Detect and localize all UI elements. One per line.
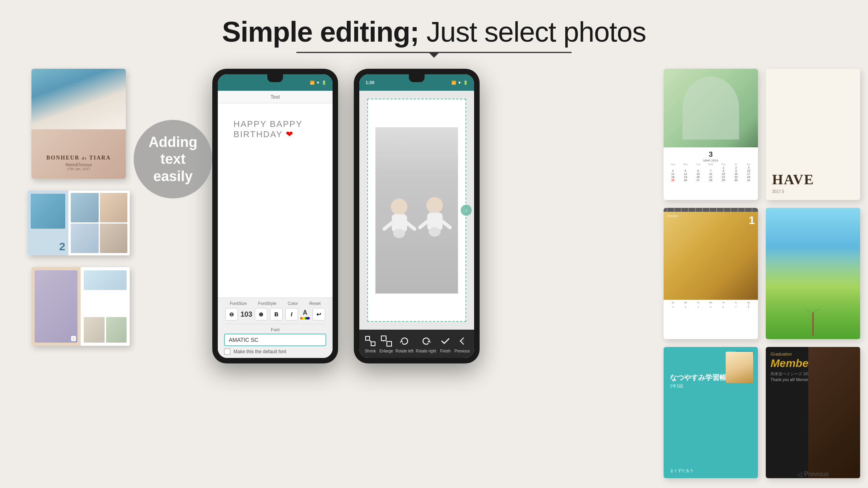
food-calendar-thumb: 1 January SuMoTuWeThFrSa 1 2345678 — [664, 208, 758, 339]
wedding-subtitle: Marie&Tomoya — [31, 163, 126, 167]
default-font-checkbox[interactable] — [224, 349, 230, 355]
couple-photo — [31, 69, 126, 129]
right-sidebar: 3 MAR 2024 SunMonTueWedThuFriSat 123 456… — [656, 61, 868, 486]
bubble-text: Adding text easily — [149, 134, 197, 185]
food-cal-grid: SuMoTuWeThFrSa 1 2345678 — [664, 300, 758, 339]
phone2-notch — [409, 74, 425, 82]
previous-label: Previous — [454, 349, 470, 353]
toolbar-label-row: FontSize FontStyle Color Reset — [224, 301, 326, 306]
child-photo-placeholder — [726, 352, 753, 383]
text-canvas[interactable]: HAPPY BAPPY BIRTHDAY ❤ — [218, 103, 333, 297]
font-label: Font — [224, 327, 326, 332]
album-page-num-1: 1 — [71, 336, 76, 341]
girls-right-page — [81, 267, 130, 346]
babies-svg — [375, 144, 458, 294]
toolbar-controls: ⊖ 103 ⊕ B I A ↩ — [224, 308, 326, 321]
increase-fontsize-button[interactable]: ⊕ — [255, 308, 267, 321]
notebook-child-photo — [726, 352, 753, 383]
girls-left-page: 1 — [31, 267, 81, 346]
svg-line-3 — [384, 223, 392, 229]
signal-icon: 📶 — [310, 81, 314, 85]
page-header: Simple editing; Just select photos — [0, 0, 868, 61]
album-left-page: 2 — [28, 191, 68, 255]
svg-point-0 — [391, 198, 407, 215]
text-toolbar-label: Text — [218, 91, 333, 103]
font-section: Font Make this the default font — [224, 324, 326, 355]
phone1-container: 📶 ▼ 🔋 Text HAPPY BAPPY BIRTHDAY ❤ — [212, 69, 338, 363]
book-year: 2017.5 — [772, 189, 854, 194]
phone1-mockup: 📶 ▼ 🔋 Text HAPPY BAPPY BIRTHDAY ❤ — [212, 69, 338, 363]
photo-canvas[interactable]: › — [359, 91, 474, 330]
previous-icon — [455, 334, 469, 348]
header-divider — [296, 52, 572, 53]
album-cell-3 — [71, 224, 99, 253]
fontstyle-label: FontStyle — [258, 301, 276, 306]
wifi-icon-2: ▼ — [458, 81, 462, 85]
calendar-grid: 3 MAR 2024 SunMonTueWedThuFriSat 123 456… — [664, 147, 758, 185]
svg-rect-13 — [381, 336, 386, 341]
left-sidebar: BONHEUR de TIARA Marie&Tomoya 27th Jan, … — [0, 61, 142, 486]
phone2-status-icons: 📶 ▼ 🔋 — [451, 81, 468, 85]
food-cal-mini-grid: SuMoTuWeThFrSa 1 2345678 — [667, 301, 755, 308]
wedding-text-area: BONHEUR de TIARA Marie&Tomoya 27th Jan, … — [31, 155, 126, 171]
enlarge-icon — [380, 334, 393, 348]
babies-image — [375, 127, 458, 294]
previous-label: Previous — [804, 471, 829, 478]
frame-next-arrow[interactable]: › — [461, 205, 472, 216]
enlarge-tool[interactable]: Enlarge — [379, 334, 393, 353]
calendar-spiral-top — [664, 208, 758, 212]
calendar-days: 123 45678910 11121314151617 181920212223… — [667, 166, 755, 182]
reset-button[interactable]: ↩ — [313, 308, 325, 321]
food-photo: 1 January — [664, 212, 758, 300]
tropical-photo — [766, 208, 860, 339]
baby-photo — [375, 127, 458, 294]
rotate-right-label: Rotate right — [416, 349, 436, 353]
previous-button[interactable]: ◁ Previous — [797, 471, 829, 478]
palm-svg — [801, 305, 825, 336]
svg-point-2 — [393, 229, 405, 238]
members-book-thumb: Graduation Membe 馬車道ペイシーズ 18期生卒業記 Thank … — [766, 347, 860, 478]
members-photo-area — [808, 347, 860, 478]
rotate-left-label: Rotate left — [395, 349, 414, 353]
rotate-right-tool[interactable]: Rotate right — [416, 334, 436, 353]
bold-button[interactable]: B — [270, 308, 283, 321]
shrink-tool[interactable]: Shrink — [364, 334, 377, 353]
previous-icon-arrow: ◁ — [797, 471, 802, 478]
svg-rect-11 — [371, 342, 375, 346]
shrink-label: Shrink — [365, 349, 376, 353]
phone1-status-bar: 📶 ▼ 🔋 — [218, 74, 333, 91]
enlarge-label: Enlarge — [379, 349, 393, 353]
color-label: Color — [288, 301, 298, 306]
album-cell-2 — [100, 193, 128, 222]
rotate-right-icon — [419, 334, 433, 348]
summer-notebook-thumb: 写真日記 なつやすみ学習帳 1年1組 まくずたるう — [664, 347, 758, 478]
phone2-status-bar: 1:20 📶 ▼ 🔋 — [359, 74, 474, 91]
calendar-photo — [664, 69, 758, 147]
text-bottom-toolbar: FontSize FontStyle Color Reset ⊖ 103 ⊕ B… — [218, 297, 333, 358]
album-cell-4 — [100, 224, 128, 253]
previous-tool[interactable]: Previous — [454, 334, 470, 353]
reset-label: Reset — [309, 301, 321, 306]
font-input[interactable] — [224, 334, 326, 346]
photo-bottom-toolbar: Shrink — [359, 330, 474, 358]
phone2-container: 1:20 📶 ▼ 🔋 — [354, 69, 480, 363]
finish-label: Finish — [440, 349, 451, 353]
finish-tool[interactable]: Finish — [439, 334, 452, 353]
battery-icon: 🔋 — [322, 81, 326, 85]
palm-area — [766, 261, 860, 339]
wall-calendar-thumb: 3 MAR 2024 SunMonTueWedThuFriSat 123 456… — [664, 69, 758, 200]
food-cal-number: 1 — [748, 214, 755, 227]
album-cell-1 — [71, 193, 99, 222]
color-bar — [300, 317, 310, 319]
italic-button[interactable]: I — [285, 308, 298, 321]
girls-silhouette — [682, 77, 739, 139]
decrease-fontsize-button[interactable]: ⊖ — [225, 308, 238, 321]
rotate-left-tool[interactable]: Rotate left — [395, 334, 414, 353]
svg-line-4 — [407, 223, 414, 229]
svg-point-5 — [426, 197, 443, 213]
color-picker[interactable]: A — [300, 309, 310, 319]
baseball-player-photo — [808, 347, 860, 478]
svg-rect-10 — [366, 336, 370, 340]
phone2-time: 1:20 — [366, 80, 374, 85]
album-right-page — [68, 191, 130, 255]
